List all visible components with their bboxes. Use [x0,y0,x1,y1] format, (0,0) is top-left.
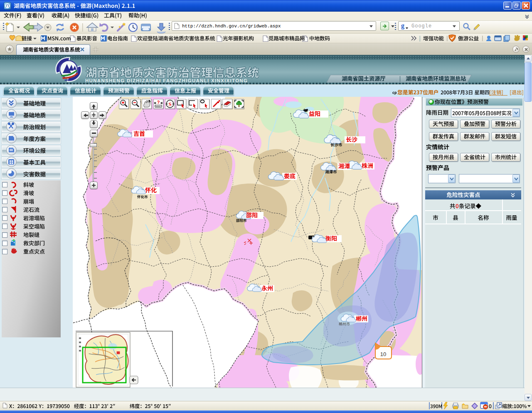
svg-text:?: ? [157,100,160,105]
svg-text:10: 10 [380,351,386,357]
svg-text:S: S [168,101,171,107]
